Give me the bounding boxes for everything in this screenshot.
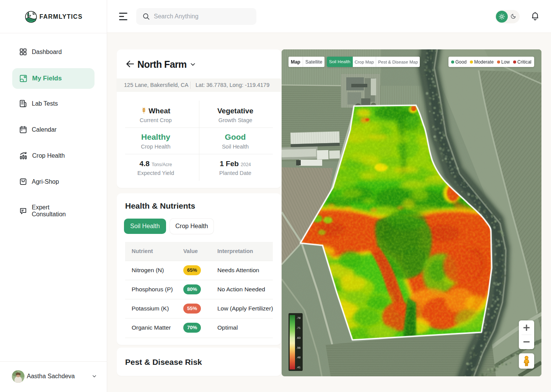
svg-text:.63: .63 bbox=[297, 336, 300, 340]
svg-text:.71: .71 bbox=[297, 326, 300, 330]
svg-text:.48: .48 bbox=[297, 356, 300, 359]
svg-text:.41: .41 bbox=[297, 366, 300, 369]
svg-text:.78: .78 bbox=[297, 316, 300, 320]
svg-text:.56: .56 bbox=[297, 346, 300, 350]
